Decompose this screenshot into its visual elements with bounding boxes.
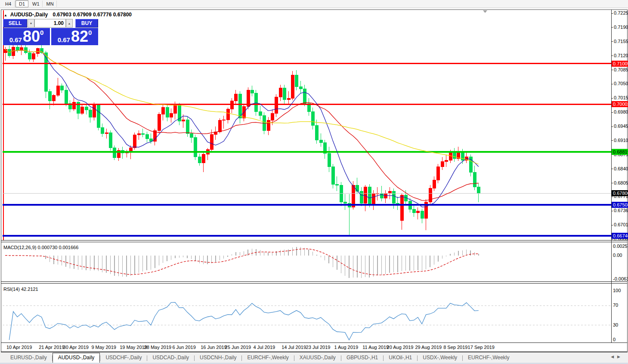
rsi-axis-label: 0 (613, 337, 616, 342)
buy-button[interactable]: BUY (75, 19, 98, 28)
macd-legend: MACD(12,26,9) 0.000730 0.001666 (3, 245, 78, 250)
tab-audusd-daily[interactable]: AUDUSD-,Daily (53, 353, 100, 363)
date-tick-label: 23 Jul 2019 (306, 345, 331, 350)
date-tick-label: 25 Jun 2019 (225, 345, 251, 350)
price-tick-label: 0.67360 (614, 208, 628, 213)
price-tick-label: 0.71900 (614, 25, 628, 30)
volume-decrease-button[interactable]: ▼ (28, 19, 34, 28)
symbol-label: AUDUSD-,Daily (10, 12, 48, 18)
tab-usdcnh-daily[interactable]: USDCNH-,Daily (195, 353, 241, 363)
price-tick-label: 0.72250 (614, 10, 628, 15)
tab-xauusd-daily[interactable]: XAUUSD-,Daily (294, 353, 341, 363)
rsi-name: RSI(14) (3, 287, 20, 292)
date-tick-label: 14 Jul 2019 (282, 345, 306, 350)
tab-scroll-arrows: ◀▶ (611, 355, 624, 359)
rsi-axis-label: 70 (613, 302, 618, 308)
rsi-legend: RSI(14) 42.2121 (3, 287, 38, 292)
date-tick-label: 20 Aug 2019 (387, 345, 414, 350)
date-tick-label: 6 Jun 2019 (172, 345, 195, 350)
price-tick-label: 0.69100 (614, 138, 628, 143)
chart-shift-marker-icon[interactable] (483, 10, 487, 13)
date-tick-label: 16 Jun 2019 (201, 345, 227, 350)
price-tick-label: 0.70500 (614, 81, 628, 86)
price-tick-label: 0.71200 (614, 53, 628, 58)
date-tick-label: 30 Apr 2019 (63, 345, 89, 350)
price-tick-label: 0.68400 (614, 166, 628, 171)
date-tick-label: 9 May 2019 (91, 345, 116, 350)
price-tick-label: 0.69450 (614, 123, 628, 129)
date-tick-label: 11 Aug 2019 (362, 345, 389, 350)
rsi-value: 42.2121 (21, 287, 38, 292)
price-tick-label: 0.70850 (614, 67, 628, 72)
date-tick-label: 1 Aug 2019 (334, 345, 358, 350)
tab-gbpusd-h1[interactable]: GBPUSD-,H1 (341, 353, 383, 363)
triangle-up-icon: ▲ (4, 13, 7, 17)
one-click-trade-panel: SELL ▼ 1.00 ▲ BUY 0.67 80 0 0.67 82 0 (3, 19, 98, 45)
tab-eurusd-daily[interactable]: EURUSD-,Daily (5, 353, 52, 363)
date-tick-label: 4 Jul 2019 (253, 345, 275, 350)
rsi-axis-label: 30 (613, 322, 618, 327)
macd-axis-zero: 0.00 (613, 253, 622, 258)
tab-eurchf-weekly[interactable]: EURCHF-,Weekly (463, 353, 514, 363)
chevron-up-icon: ▲ (68, 22, 71, 25)
sell-price-display[interactable]: 0.67 80 0 (3, 28, 50, 45)
date-tick-label: 19 May 2019 (120, 345, 147, 350)
sell-price-prefix: 0.67 (9, 36, 22, 43)
tab-ukoil-h1[interactable]: UKOil-,H1 (384, 353, 417, 363)
date-tick-label: 28 May 2019 (144, 345, 172, 350)
macd-axis-max: 0.002574 (613, 244, 628, 249)
price-tick-label: 0.69800 (614, 109, 628, 114)
buy-price-big: 82 (71, 29, 88, 44)
volume-input[interactable]: 1.00 (34, 19, 66, 28)
price-tick-label: 0.67010 (614, 222, 628, 227)
hline-price-label: 0.70002 (612, 101, 628, 107)
date-tick-label: 10 Apr 2019 (6, 345, 32, 350)
tab-scroll-left-icon[interactable]: ◀ (611, 355, 617, 359)
chevron-down-icon: ▼ (30, 22, 33, 25)
macd-axis-min: -0.00632 (613, 276, 628, 281)
ohlc-values: 0.67903 0.67909 0.67776 0.67800 (53, 12, 132, 18)
buy-price-prefix: 0.67 (58, 36, 70, 43)
tab-scroll-right-icon[interactable]: ▶ (617, 355, 624, 359)
chart-tab-bar: EURUSD-,DailyAUDUSD-,DailyUSDCHF-,DailyU… (0, 352, 628, 363)
tab-eurchf-weekly[interactable]: EURCHF-,Weekly (242, 353, 294, 363)
price-tick-label: 0.68050 (614, 180, 628, 185)
buy-price-display[interactable]: 0.67 82 0 (51, 28, 98, 45)
rsi-axis-label: 100 (613, 288, 621, 293)
price-tick-label: 0.70150 (614, 95, 628, 100)
buy-price-sup: 0 (88, 29, 92, 36)
date-tick-label: 8 Sep 2019 (443, 345, 467, 350)
macd-name: MACD(12,26,9) (3, 245, 36, 250)
date-tick-label: 17 Sep 2019 (468, 345, 495, 350)
tab-usdx-weekly[interactable]: USDX-,Weekly (418, 353, 462, 363)
macd-value-main: 0.000730 (37, 245, 57, 250)
date-tick-label: 29 Aug 2019 (415, 345, 442, 350)
price-tick-label: 0.71550 (614, 39, 628, 44)
sell-price-sup: 0 (40, 29, 43, 36)
hline-price-label: 0.71005 (612, 61, 628, 67)
tab-usdcad-daily[interactable]: USDCAD-,Daily (147, 353, 194, 363)
macd-value-signal: 0.001666 (59, 245, 78, 250)
chart-title: ▲ AUDUSD-,Daily 0.67903 0.67909 0.67776 … (4, 12, 132, 18)
chart-canvas[interactable] (0, 0, 628, 364)
hline-price-label: 0.66746 (612, 233, 628, 239)
tab-usdchf-daily[interactable]: USDCHF-,Daily (100, 353, 147, 363)
date-tick-label: 21 Apr 2019 (39, 345, 64, 350)
mt4-window: H4D1W1MN ▲ AUDUSD-,Daily 0.67903 0.67909… (0, 0, 628, 364)
volume-increase-button[interactable]: ▲ (66, 19, 73, 28)
sell-button[interactable]: SELL (3, 19, 27, 28)
current-price-label: 0.67800 (612, 190, 628, 196)
sell-price-big: 80 (23, 29, 40, 44)
hline-price-label: 0.68819 (612, 149, 628, 155)
hline-price-label: 0.67508 (612, 202, 628, 208)
